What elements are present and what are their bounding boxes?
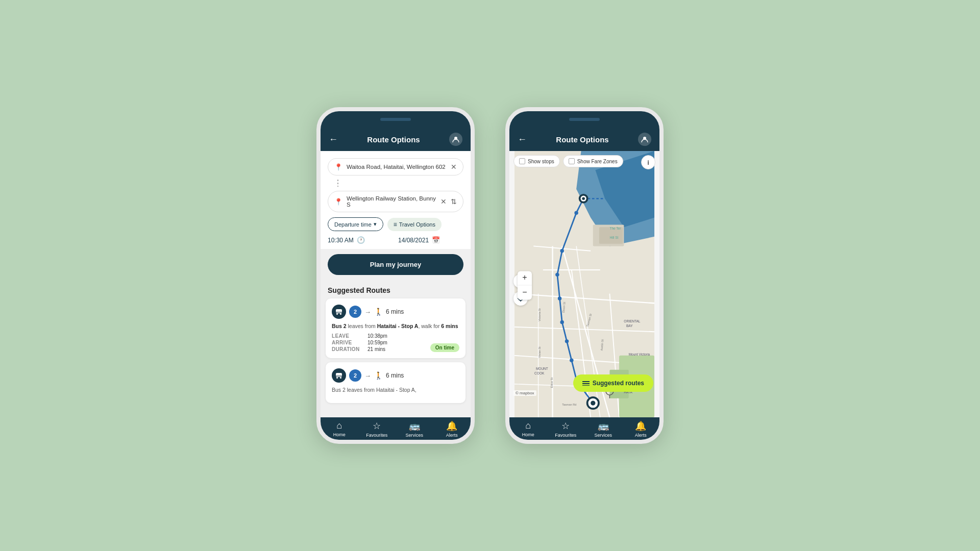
nav-home-right[interactable]: ⌂ Home (509, 420, 547, 438)
show-stops-checkbox[interactable] (519, 158, 525, 164)
svg-point-33 (558, 296, 561, 300)
sliders-icon: ≡ (394, 221, 397, 228)
svg-text:Mount Victoria: Mount Victoria (629, 353, 650, 356)
show-stops-label: Show stops (528, 159, 554, 164)
alerts-label-left: Alerts (446, 433, 458, 438)
destination-clear-button[interactable]: ✕ (440, 197, 447, 206)
svg-point-32 (555, 273, 559, 277)
services-label-right: Services (594, 433, 612, 438)
walk-icon-1: 🚶 (374, 308, 383, 316)
chevron-down-icon: ▾ (374, 221, 377, 228)
nav-favourites-left[interactable]: ☆ Favourites (358, 420, 396, 438)
origin-value: Waitoa Road, Hataitai, Wellington 602 (347, 164, 447, 170)
svg-point-35 (565, 339, 569, 343)
duration-value-1: 21 mins (368, 346, 387, 352)
right-notch-bar (569, 118, 600, 121)
map-attribution: © mapbox (513, 390, 536, 396)
route-summary-1: 2 → 🚶 6 mins (332, 305, 459, 319)
zoom-controls: + − (513, 271, 528, 306)
nav-alerts-right[interactable]: 🔔 Alerts (622, 420, 660, 438)
date-value: 14/08/2021 (398, 237, 429, 244)
suggested-routes-btn-label: Suggested routes (593, 380, 644, 387)
status-badge-1: On time (430, 343, 459, 352)
left-header: ← Route Options (321, 128, 471, 151)
arrow-icon-1: → (364, 308, 371, 316)
bus-icon-1 (332, 305, 346, 319)
leave-value-1: 10:38pm (368, 333, 387, 339)
route-description-2: Bus 2 leaves from Hataitai - Stop A, (332, 387, 459, 393)
header-title: Route Options (338, 135, 449, 144)
destination-input[interactable]: 📍 Wellington Railway Station, Bunny S ✕ … (328, 191, 463, 212)
home-icon-right: ⌂ (525, 420, 531, 431)
svg-text:The Ter: The Ter (609, 227, 621, 230)
star-icon-left: ☆ (373, 420, 381, 432)
route-description-1: Bus 2 leaves from Hataitai - Stop A, wal… (332, 323, 459, 329)
svg-point-34 (560, 320, 564, 324)
calendar-icon: 📅 (432, 236, 440, 244)
nav-favourites-right[interactable]: ☆ Favourites (547, 420, 585, 438)
left-content: 📍 Waitoa Road, Hataitai, Wellington 602 … (321, 151, 471, 417)
show-fare-zones-label: Show Fare Zones (577, 159, 618, 164)
route-summary-2: 2 → 🚶 6 mins (332, 368, 459, 383)
svg-text:Hill St: Hill St (609, 236, 618, 239)
departure-time-button[interactable]: Departure time ▾ (328, 217, 383, 231)
plan-journey-button[interactable]: Plan my journey (328, 254, 463, 275)
back-button[interactable]: ← (329, 134, 338, 145)
walk-icon-2: 🚶 (374, 371, 383, 380)
svg-text:Tasman Rd: Tasman Rd (562, 403, 576, 406)
route-number-1: 2 (349, 306, 361, 318)
right-phone: ← Route Options (505, 107, 664, 444)
show-fare-zones-checkbox[interactable] (569, 158, 575, 164)
zoom-buttons: + − (518, 271, 532, 299)
right-avatar-icon[interactable] (638, 133, 651, 146)
time-value: 10:30 AM (328, 237, 354, 244)
avatar-icon[interactable] (449, 133, 462, 146)
route-card-2[interactable]: 2 → 🚶 6 mins Bus 2 leaves from Hataitai … (326, 362, 465, 403)
favourites-label-right: Favourites (555, 433, 576, 438)
suggested-routes-header: Suggested Routes (321, 280, 471, 298)
svg-text:Vivian St: Vivian St (538, 346, 541, 358)
svg-rect-2 (336, 309, 342, 313)
arrow-icon-2: → (364, 372, 371, 380)
travel-options-button[interactable]: ≡ Travel Options (387, 218, 442, 231)
origin-input[interactable]: 📍 Waitoa Road, Hataitai, Wellington 602 … (328, 158, 463, 176)
map-info-button[interactable]: i (641, 155, 655, 169)
show-fare-zones-button[interactable]: Show Fare Zones (563, 155, 623, 167)
svg-point-7 (336, 377, 338, 379)
home-icon-left: ⌂ (336, 420, 342, 431)
nav-alerts-left[interactable]: 🔔 Alerts (433, 420, 471, 438)
duration-label-1: DURATION (332, 346, 368, 352)
svg-point-8 (340, 377, 341, 379)
walk-duration-1: 6 mins (386, 308, 404, 315)
arrive-label-1: ARRIVE (332, 340, 368, 345)
home-label-right: Home (522, 432, 534, 437)
nav-home-left[interactable]: ⌂ Home (321, 420, 358, 438)
left-phone: ← Route Options 📍 Waitoa Road, Hataitai,… (316, 107, 475, 444)
svg-text:BAY: BAY (626, 324, 633, 328)
suggested-routes-button[interactable]: Suggested routes (573, 374, 653, 392)
zoom-in-button[interactable]: + (518, 271, 532, 285)
clock-icon: 🕐 (357, 236, 365, 244)
zoom-out-button[interactable]: − (518, 285, 532, 299)
date-field[interactable]: 14/08/2021 📅 (398, 236, 463, 244)
origin-clear-button[interactable]: ✕ (451, 163, 457, 171)
right-phone-notch (509, 111, 659, 128)
right-back-button[interactable]: ← (518, 134, 527, 145)
show-stops-button[interactable]: Show stops (513, 155, 560, 167)
map-overlay-top: Show stops Show Fare Zones (513, 155, 623, 167)
time-date-row: 10:30 AM 🕐 14/08/2021 📅 (328, 236, 463, 244)
times-grid-1: LEAVE 10:38pm ARRIVE 10:59pm DURATION 21… (332, 333, 387, 352)
leave-label-1: LEAVE (332, 333, 368, 339)
nav-services-left[interactable]: 🚌 Services (396, 420, 433, 438)
svg-text:MOUNT: MOUNT (536, 367, 548, 370)
svg-point-40 (582, 197, 585, 200)
bell-icon-left: 🔔 (446, 420, 457, 432)
map-container[interactable]: Victoria St Dixon St Tasman St Austin St… (509, 151, 659, 417)
swap-button[interactable]: ⇅ (451, 197, 457, 206)
route-card-1[interactable]: 2 → 🚶 6 mins Bus 2 leaves from Hataitai … (326, 298, 465, 358)
svg-point-36 (570, 358, 573, 362)
right-header: ← Route Options (509, 128, 659, 151)
time-field[interactable]: 10:30 AM 🕐 (328, 236, 393, 244)
nav-services-right[interactable]: 🚌 Services (584, 420, 622, 438)
controls-row: Departure time ▾ ≡ Travel Options (328, 217, 463, 231)
